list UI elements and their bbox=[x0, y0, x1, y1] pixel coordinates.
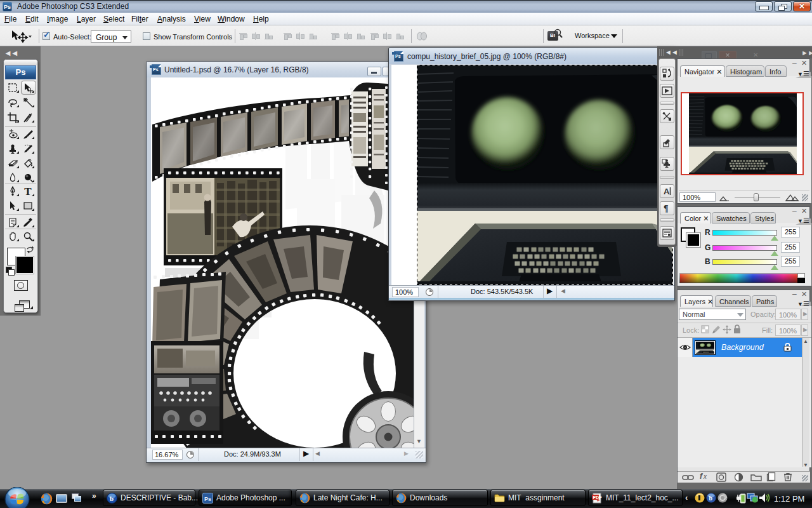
svg-text:¶: ¶ bbox=[664, 204, 669, 213]
svg-text:A: A bbox=[664, 187, 670, 196]
svg-text:b: b bbox=[709, 495, 713, 502]
svg-text:T: T bbox=[24, 186, 32, 197]
svg-text:b: b bbox=[110, 495, 114, 502]
svg-text:PDF: PDF bbox=[593, 495, 603, 500]
svg-text:Ps: Ps bbox=[204, 496, 211, 502]
